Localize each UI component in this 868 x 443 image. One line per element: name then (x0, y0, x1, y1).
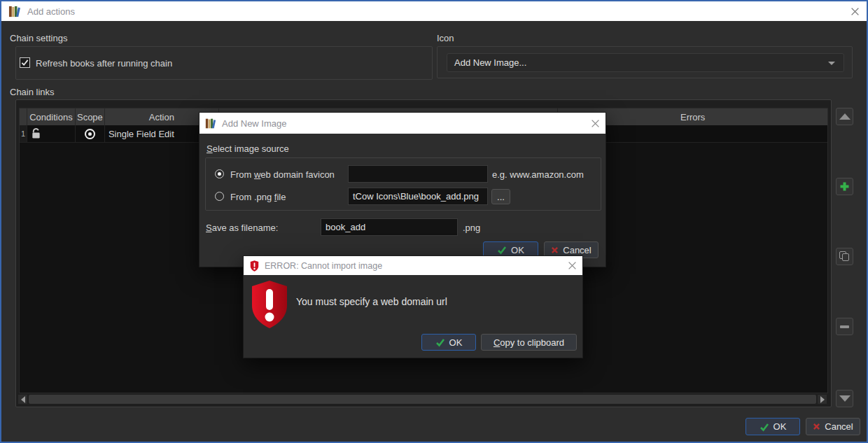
copy-icon (839, 251, 850, 262)
error-ok-button[interactable]: OK (421, 334, 476, 351)
error-dialog-title: ERROR: Cannot import image (265, 261, 567, 271)
copy-to-clipboard-button[interactable]: Copy to clipboard (481, 334, 577, 351)
hscroll-right-button[interactable] (818, 395, 827, 404)
unlocked-padlock-icon (31, 128, 41, 139)
check-icon (760, 422, 769, 432)
arrow-left-icon (21, 396, 25, 403)
browse-button[interactable]: ... (491, 189, 510, 204)
row-number-cell: 1 (20, 125, 27, 142)
minus-icon (840, 325, 849, 328)
books-app-icon (8, 5, 22, 18)
refresh-books-checkbox-label: Refresh books after running chain (36, 58, 172, 69)
copy-to-clipboard-label: Copy to clipboard (493, 337, 564, 348)
main-ok-label: OK (774, 421, 787, 432)
error-ok-label: OK (449, 337, 463, 348)
checkmark-icon (21, 59, 29, 66)
hscroll-thumb[interactable] (29, 395, 816, 404)
from-web-favicon-radio[interactable] (215, 169, 224, 178)
check-icon (497, 245, 507, 255)
icon-dropdown-value: Add New Image... (454, 57, 526, 68)
books-app-icon (205, 118, 217, 129)
chain-settings-label: Chain settings (10, 33, 67, 43)
close-icon (850, 7, 860, 16)
error-message: You must specify a web domain url (296, 296, 447, 307)
from-png-file-radio[interactable] (215, 192, 224, 201)
save-as-filename-label: Save as filename: (206, 223, 278, 233)
scope-column-header[interactable]: Scope (76, 108, 105, 125)
scope-cell (76, 125, 105, 142)
from-png-file-label: From .png file (230, 192, 286, 202)
from-web-favicon-label: From web domain favicon (230, 169, 335, 180)
move-down-button[interactable] (836, 390, 853, 407)
add-image-close-button[interactable] (590, 118, 600, 128)
error-shield-icon (251, 280, 288, 329)
delete-link-button[interactable] (836, 318, 853, 335)
add-new-image-dialog: Add New Image Select image source From w… (199, 112, 606, 267)
error-dialog: ERROR: Cannot import image You must spec… (243, 255, 583, 358)
conditions-cell (27, 125, 76, 142)
icon-section-label: Icon (437, 33, 454, 43)
add-link-button[interactable] (836, 178, 853, 195)
add-image-cancel-label: Cancel (563, 245, 591, 255)
hscroll-left-button[interactable] (18, 395, 27, 404)
arrow-up-icon (839, 113, 850, 120)
extension-label: .png (463, 223, 480, 233)
check-icon (435, 337, 445, 347)
error-close-button[interactable] (567, 261, 577, 271)
main-ok-button[interactable]: OK (746, 418, 800, 435)
filename-input[interactable]: book_add (321, 218, 458, 236)
add-image-dialog-title: Add New Image (222, 118, 590, 129)
favicon-url-input[interactable] (348, 165, 488, 183)
plus-icon (839, 181, 850, 192)
favicon-hint-text: e.g. www.amazon.com (492, 169, 584, 180)
arrow-down-icon (839, 395, 850, 402)
close-icon (568, 261, 577, 270)
x-icon (813, 423, 820, 430)
main-cancel-button[interactable]: Cancel (806, 418, 860, 435)
add-image-ok-label: OK (511, 245, 524, 255)
select-image-source-label: Select image source (206, 143, 289, 154)
chevron-down-icon (828, 62, 835, 65)
main-cancel-label: Cancel (825, 421, 853, 432)
main-close-button[interactable] (850, 6, 860, 16)
move-up-button[interactable] (836, 108, 853, 125)
chain-links-label: Chain links (10, 87, 55, 97)
add-actions-window: Add actions Chain settings Refresh books… (0, 0, 868, 443)
error-shield-icon (249, 260, 260, 272)
scope-target-icon (85, 129, 95, 139)
arrow-right-icon (820, 396, 825, 403)
png-path-input[interactable]: tCow Icons\Blue\book_add.png (348, 188, 488, 205)
duplicate-link-button[interactable] (836, 248, 853, 265)
icon-dropdown[interactable]: Add New Image... (447, 53, 844, 72)
row-number-header[interactable] (20, 108, 27, 125)
conditions-column-header[interactable]: Conditions (27, 108, 76, 125)
x-icon (551, 246, 559, 254)
refresh-books-checkbox[interactable] (20, 57, 30, 68)
error-titlebar: ERROR: Cannot import image (244, 256, 582, 275)
main-titlebar: Add actions (1, 1, 867, 21)
close-icon (591, 119, 600, 128)
window-title: Add actions (27, 6, 850, 17)
add-image-titlebar: Add New Image (200, 113, 606, 134)
